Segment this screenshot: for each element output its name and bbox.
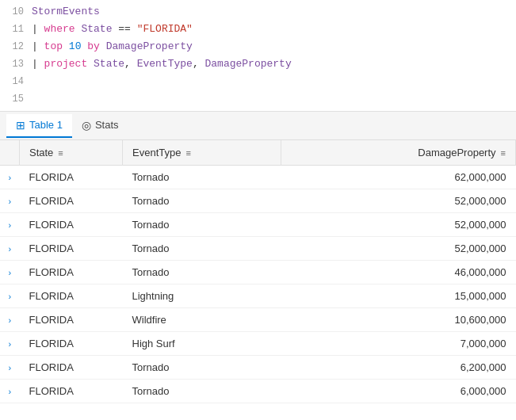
cell-eventtype: Tornado bbox=[123, 237, 281, 261]
table-row: ›FLORIDATornado52,000,000 bbox=[0, 213, 516, 237]
col-state-label: State bbox=[29, 147, 53, 158]
chevron-right-icon: › bbox=[8, 363, 11, 372]
state-filter-icon[interactable]: ≡ bbox=[58, 148, 63, 158]
code-line-13: 13 | project State, EventType, DamagePro… bbox=[0, 55, 516, 73]
table-row: ›FLORIDATornado46,000,000 bbox=[0, 261, 516, 284]
chevron-right-icon: › bbox=[8, 315, 11, 325]
code-line-12: 12 | top 10 by DamageProperty bbox=[0, 38, 516, 55]
chevron-right-icon: › bbox=[8, 387, 11, 396]
cell-state: FLORIDA bbox=[20, 332, 123, 356]
cell-state: FLORIDA bbox=[20, 261, 123, 284]
cell-damageproperty: 46,000,000 bbox=[281, 261, 516, 284]
chevron-right-icon: › bbox=[8, 268, 11, 277]
row-expander[interactable]: › bbox=[0, 213, 20, 237]
cell-state: FLORIDA bbox=[20, 166, 123, 189]
cell-damageproperty: 6,200,000 bbox=[281, 356, 516, 380]
table-header-row: State ≡ EventType ≡ DamageProperty ≡ bbox=[0, 140, 516, 166]
col-header-eventtype[interactable]: EventType ≡ bbox=[123, 140, 281, 166]
cell-damageproperty: 15,000,000 bbox=[281, 284, 516, 308]
cell-state: FLORIDA bbox=[20, 380, 123, 403]
col-eventtype-label: EventType bbox=[132, 147, 181, 158]
line-number-13: 13 bbox=[0, 55, 32, 73]
line-number-15: 15 bbox=[0, 90, 32, 108]
table-row: ›FLORIDATornado52,000,000 bbox=[0, 237, 516, 261]
row-expander[interactable]: › bbox=[0, 166, 20, 189]
cell-damageproperty: 7,000,000 bbox=[281, 332, 516, 356]
line-number-12: 12 bbox=[0, 38, 32, 55]
col-header-state[interactable]: State ≡ bbox=[20, 140, 123, 166]
table-row: ›FLORIDATornado6,000,000 bbox=[0, 380, 516, 403]
cell-damageproperty: 52,000,000 bbox=[281, 237, 516, 261]
eventtype-filter-icon[interactable]: ≡ bbox=[185, 148, 190, 158]
cell-damageproperty: 62,000,000 bbox=[281, 166, 516, 189]
cell-eventtype: Tornado bbox=[123, 261, 281, 284]
cell-state: FLORIDA bbox=[20, 284, 123, 308]
table-row: ›FLORIDATornado52,000,000 bbox=[0, 189, 516, 213]
cell-state: FLORIDA bbox=[20, 189, 123, 213]
cell-eventtype: High Surf bbox=[123, 332, 281, 356]
row-expander[interactable]: › bbox=[0, 356, 20, 380]
table-row: ›FLORIDATornado6,200,000 bbox=[0, 356, 516, 380]
tab-stats[interactable]: ◎ Stats bbox=[72, 114, 128, 138]
tab-table-label: Table 1 bbox=[29, 119, 63, 131]
tab-stats-label: Stats bbox=[95, 119, 119, 131]
cell-damageproperty: 6,000,000 bbox=[281, 380, 516, 403]
table-row: ›FLORIDATornado62,000,000 bbox=[0, 166, 516, 189]
cell-damageproperty: 52,000,000 bbox=[281, 213, 516, 237]
cell-state: FLORIDA bbox=[20, 237, 123, 261]
cell-state: FLORIDA bbox=[20, 308, 123, 332]
chevron-right-icon: › bbox=[8, 197, 11, 206]
code-line-10: 10 StormEvents bbox=[0, 3, 516, 21]
chevron-right-icon: › bbox=[8, 292, 11, 301]
cell-state: FLORIDA bbox=[20, 213, 123, 237]
stats-icon: ◎ bbox=[82, 119, 91, 132]
cell-eventtype: Tornado bbox=[123, 189, 281, 213]
row-expander[interactable]: › bbox=[0, 284, 20, 308]
cell-damageproperty: 10,600,000 bbox=[281, 308, 516, 332]
cell-eventtype: Tornado bbox=[123, 356, 281, 380]
row-expander[interactable]: › bbox=[0, 189, 20, 213]
row-expander[interactable]: › bbox=[0, 308, 20, 332]
cell-eventtype: Tornado bbox=[123, 380, 281, 403]
line-number-10: 10 bbox=[0, 3, 32, 21]
cell-state: FLORIDA bbox=[20, 356, 123, 380]
row-expander[interactable]: › bbox=[0, 261, 20, 284]
table-row: ›FLORIDAHigh Surf7,000,000 bbox=[0, 332, 516, 356]
row-expander[interactable]: › bbox=[0, 332, 20, 356]
row-expander[interactable]: › bbox=[0, 380, 20, 403]
damageproperty-filter-icon[interactable]: ≡ bbox=[501, 148, 506, 158]
table-body: ›FLORIDATornado62,000,000›FLORIDATornado… bbox=[0, 166, 516, 403]
table-icon: ⊞ bbox=[16, 119, 25, 132]
code-editor: 10 StormEvents 11 | where State == "FLOR… bbox=[0, 0, 516, 112]
table-row: ›FLORIDALightning15,000,000 bbox=[0, 284, 516, 308]
col-damageproperty-label: DamageProperty bbox=[418, 147, 495, 158]
cell-damageproperty: 52,000,000 bbox=[281, 189, 516, 213]
tab-table[interactable]: ⊞ Table 1 bbox=[6, 114, 72, 138]
chevron-right-icon: › bbox=[8, 244, 11, 254]
col-header-expander bbox=[0, 140, 20, 166]
code-line-15: 15 bbox=[0, 90, 516, 108]
results-table-container: State ≡ EventType ≡ DamageProperty ≡ bbox=[0, 140, 516, 403]
row-expander[interactable]: › bbox=[0, 237, 20, 261]
col-header-damageproperty[interactable]: DamageProperty ≡ bbox=[281, 140, 516, 166]
results-table: State ≡ EventType ≡ DamageProperty ≡ bbox=[0, 140, 516, 403]
code-line-14: 14 bbox=[0, 73, 516, 90]
tabs-bar: ⊞ Table 1 ◎ Stats bbox=[0, 112, 516, 140]
chevron-right-icon: › bbox=[8, 220, 11, 230]
chevron-right-icon: › bbox=[8, 339, 11, 349]
line-number-11: 11 bbox=[0, 21, 32, 38]
cell-eventtype: Wildfire bbox=[123, 308, 281, 332]
cell-eventtype: Lightning bbox=[123, 284, 281, 308]
table-row: ›FLORIDAWildfire10,600,000 bbox=[0, 308, 516, 332]
cell-eventtype: Tornado bbox=[123, 213, 281, 237]
code-line-11: 11 | where State == "FLORIDA" bbox=[0, 21, 516, 38]
chevron-right-icon: › bbox=[8, 173, 11, 182]
line-number-14: 14 bbox=[0, 73, 32, 90]
cell-eventtype: Tornado bbox=[123, 166, 281, 189]
